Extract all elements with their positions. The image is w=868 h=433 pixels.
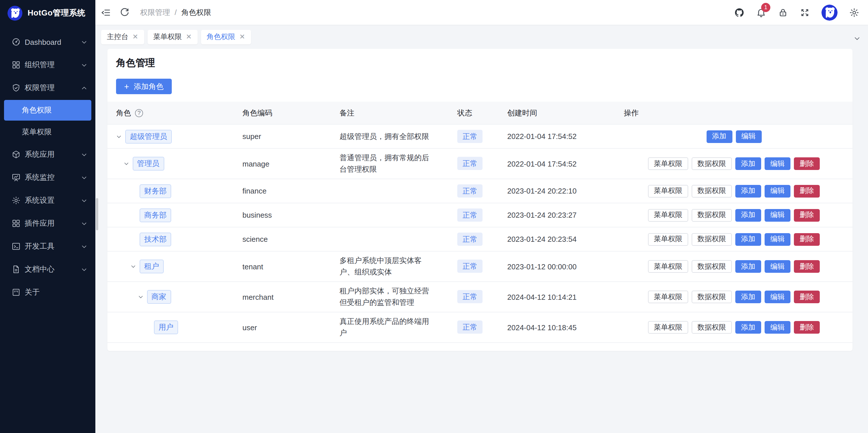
data-permission-button[interactable]: 数据权限 bbox=[692, 260, 732, 273]
org-icon bbox=[11, 60, 21, 69]
sidebar-item-label: 权限管理 bbox=[25, 83, 81, 93]
chevron-down-icon bbox=[81, 266, 87, 273]
delete-button[interactable]: 删除 bbox=[794, 209, 820, 221]
help-question-icon[interactable]: ? bbox=[135, 109, 143, 117]
sidebar-item-system-settings[interactable]: 系统设置 bbox=[0, 189, 95, 211]
add-button[interactable]: 添加 bbox=[735, 157, 761, 170]
add-button[interactable]: 添加 bbox=[735, 321, 761, 334]
sidebar-item-permission[interactable]: 权限管理 bbox=[0, 77, 95, 99]
status-badge: 正常 bbox=[457, 290, 483, 303]
delete-button[interactable]: 删除 bbox=[794, 260, 820, 273]
role-cell: 租户 bbox=[107, 259, 234, 273]
menu-permission-button[interactable]: 菜单权限 bbox=[648, 260, 688, 273]
edit-button[interactable]: 编辑 bbox=[765, 260, 790, 273]
tab-role-permission[interactable]: 角色权限✕ bbox=[201, 30, 251, 44]
menu-permission-button[interactable]: 菜单权限 bbox=[648, 185, 688, 197]
tab-console[interactable]: 主控台✕ bbox=[101, 30, 144, 44]
col-header-created: 创建时间 bbox=[499, 108, 615, 118]
github-icon[interactable] bbox=[734, 7, 744, 18]
role-tag[interactable]: 技术部 bbox=[140, 232, 171, 246]
edit-button[interactable]: 编辑 bbox=[765, 290, 790, 303]
role-tag[interactable]: 租户 bbox=[140, 259, 164, 273]
close-icon[interactable]: ✕ bbox=[239, 33, 245, 40]
role-tag[interactable]: 管理员 bbox=[132, 157, 164, 171]
logo-row[interactable]: HotGo管理系统 bbox=[0, 0, 95, 26]
menu-permission-button[interactable]: 菜单权限 bbox=[648, 209, 688, 221]
sidebar-item-organization[interactable]: 组织管理 bbox=[0, 54, 95, 76]
edit-button[interactable]: 编辑 bbox=[765, 321, 790, 334]
close-icon[interactable]: ✕ bbox=[186, 33, 192, 40]
data-permission-button[interactable]: 数据权限 bbox=[692, 233, 732, 246]
sidebar-item-label: 系统设置 bbox=[25, 195, 81, 206]
delete-button[interactable]: 删除 bbox=[794, 185, 820, 197]
tab-options-chevron-icon[interactable] bbox=[854, 34, 861, 41]
edit-button[interactable]: 编辑 bbox=[736, 130, 762, 143]
expand-chevron-icon[interactable] bbox=[116, 133, 122, 139]
sidebar-item-system-apps[interactable]: 系统应用 bbox=[0, 144, 95, 165]
menu-permission-button[interactable]: 菜单权限 bbox=[648, 321, 688, 334]
role-tag[interactable]: 商家 bbox=[147, 290, 171, 304]
created-time-cell: 2023-01-24 20:23:27 bbox=[499, 211, 615, 219]
expand-chevron-icon[interactable] bbox=[137, 294, 143, 300]
add-button[interactable]: 添加 bbox=[735, 260, 761, 273]
add-button[interactable]: 添加 bbox=[735, 185, 761, 197]
sidebar-item-menu-permission[interactable]: 菜单权限 bbox=[4, 122, 91, 143]
menu-permission-button[interactable]: 菜单权限 bbox=[648, 233, 688, 246]
fullscreen-icon[interactable] bbox=[800, 7, 810, 18]
data-permission-button[interactable]: 数据权限 bbox=[692, 185, 732, 197]
edit-button[interactable]: 编辑 bbox=[765, 233, 790, 246]
add-role-button[interactable]: + 添加角色 bbox=[116, 79, 172, 94]
sidebar-item-dev-tools[interactable]: 开发工具 bbox=[0, 236, 95, 257]
role-tag[interactable]: 财务部 bbox=[140, 184, 171, 198]
col-header-actions: 操作 bbox=[615, 108, 852, 118]
gear-icon[interactable] bbox=[849, 7, 859, 18]
data-permission-button[interactable]: 数据权限 bbox=[692, 209, 732, 221]
chevron-down-icon bbox=[81, 174, 87, 181]
delete-button[interactable]: 删除 bbox=[794, 290, 820, 303]
col-header-remark: 备注 bbox=[331, 107, 448, 119]
menu-permission-button[interactable]: 菜单权限 bbox=[648, 157, 688, 170]
tab-menu-permission[interactable]: 菜单权限✕ bbox=[147, 30, 197, 44]
add-button[interactable]: 添加 bbox=[706, 130, 732, 143]
sidebar-item-about[interactable]: 关于 bbox=[0, 281, 95, 303]
delete-button[interactable]: 删除 bbox=[794, 157, 820, 170]
sidebar-item-doc-center[interactable]: 文档中心 bbox=[0, 258, 95, 280]
app-title: HotGo管理系统 bbox=[28, 8, 85, 19]
sidebar-item-dashboard[interactable]: Dashboard bbox=[0, 31, 95, 53]
user-avatar[interactable] bbox=[822, 4, 838, 21]
expand-chevron-icon[interactable] bbox=[130, 264, 136, 269]
add-button[interactable]: 添加 bbox=[735, 290, 761, 303]
created-time-cell: 2023-01-24 20:22:10 bbox=[499, 187, 615, 195]
expand-chevron-icon[interactable] bbox=[123, 161, 129, 166]
status-badge: 正常 bbox=[457, 184, 483, 197]
breadcrumb-current[interactable]: 角色权限 bbox=[181, 7, 211, 18]
delete-button[interactable]: 删除 bbox=[794, 233, 820, 246]
notifications[interactable]: 1 bbox=[756, 7, 766, 18]
tab-label: 主控台 bbox=[107, 32, 128, 42]
breadcrumb-parent[interactable]: 权限管理 bbox=[140, 7, 170, 18]
edit-button[interactable]: 编辑 bbox=[765, 209, 790, 221]
menu-fold-icon[interactable] bbox=[100, 7, 111, 18]
sidebar-item-plugin-apps[interactable]: 插件应用 bbox=[0, 213, 95, 234]
role-tag[interactable]: 超级管理员 bbox=[125, 129, 172, 143]
menu-permission-button[interactable]: 菜单权限 bbox=[648, 290, 688, 303]
sidebar-scrollbar[interactable] bbox=[96, 198, 98, 230]
add-button[interactable]: 添加 bbox=[735, 233, 761, 246]
delete-button[interactable]: 删除 bbox=[794, 321, 820, 334]
sidebar-item-role-permission[interactable]: 角色权限 bbox=[4, 100, 91, 121]
sidebar-item-system-monitor[interactable]: 系统监控 bbox=[0, 166, 95, 188]
edit-button[interactable]: 编辑 bbox=[765, 185, 790, 197]
data-permission-button[interactable]: 数据权限 bbox=[692, 157, 732, 170]
apps-icon bbox=[11, 150, 21, 159]
close-icon[interactable]: ✕ bbox=[132, 33, 138, 40]
role-tag[interactable]: 商务部 bbox=[140, 208, 171, 222]
data-permission-button[interactable]: 数据权限 bbox=[692, 321, 732, 334]
sidebar-item-label: Dashboard bbox=[25, 38, 81, 46]
role-tag[interactable]: 用户 bbox=[154, 320, 178, 334]
refresh-icon[interactable] bbox=[120, 7, 130, 18]
main-area: 权限管理 / 角色权限 1 bbox=[95, 0, 868, 433]
add-button[interactable]: 添加 bbox=[735, 209, 761, 221]
edit-button[interactable]: 编辑 bbox=[765, 157, 790, 170]
lock-icon[interactable] bbox=[778, 7, 788, 18]
data-permission-button[interactable]: 数据权限 bbox=[692, 290, 732, 303]
